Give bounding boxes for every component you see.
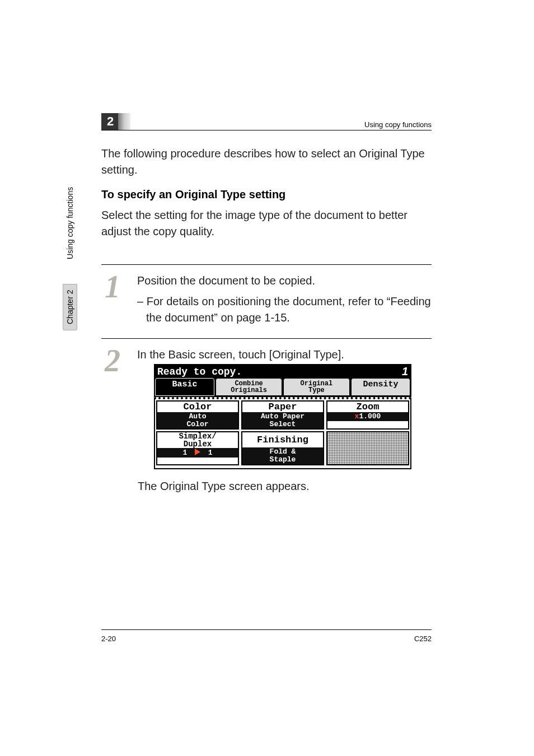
duplex-from: 1 (182, 449, 187, 457)
footer-divider (101, 629, 432, 630)
cell-header: Simplex/ Duplex (157, 432, 238, 448)
cell-value: x1.000 (327, 412, 408, 421)
cell-header: Zoom (327, 402, 408, 412)
step-divider (101, 264, 432, 265)
step-text: Position the document to be copied. (137, 273, 432, 289)
cell-paper[interactable]: Paper Auto Paper Select (241, 400, 324, 430)
model-label: C252 (414, 634, 432, 643)
cell-empty (326, 431, 409, 465)
copier-screenshot: Ready to copy. 1 Basic Combine Originals… (154, 364, 411, 469)
header-title: Using copy functions (364, 120, 432, 129)
copy-count: 1 (402, 365, 408, 378)
intro-paragraph: The following procedure describes how to… (101, 146, 432, 178)
cell-simplex-duplex[interactable]: Simplex/ Duplex 1 1 (156, 431, 239, 465)
tab-combine-originals[interactable]: Combine Originals (216, 378, 282, 396)
cell-zoom[interactable]: Zoom x1.000 (326, 400, 409, 430)
section-heading: To specify an Original Type setting (101, 188, 432, 201)
tab-basic[interactable]: Basic (155, 378, 214, 396)
step-number: 1 (101, 273, 124, 326)
arrow-right-icon (195, 449, 200, 455)
cell-value: Auto Paper Select (242, 412, 323, 428)
tab-density[interactable]: Density (351, 378, 410, 396)
chapter-number-badge: 2 (101, 113, 119, 130)
cell-header: Paper (242, 402, 323, 412)
step-1: 1 Position the document to be copied. – … (101, 273, 432, 326)
step-text: In the Basic screen, touch [Original Typ… (137, 347, 432, 363)
cell-header: Color (157, 402, 238, 412)
duplex-to: 1 (208, 449, 213, 457)
tab-row: Basic Combine Originals Original Type De… (154, 378, 411, 397)
sidebar-chapter-tab: Chapter 2 (63, 284, 77, 330)
step-subtext: – For details on positioning the documen… (137, 293, 432, 326)
cell-value: 1 1 (157, 448, 238, 458)
page-number: 2-20 (101, 634, 116, 643)
cell-finishing[interactable]: Finishing Fold & Staple (241, 431, 324, 465)
header-divider (101, 130, 432, 130)
cell-value: Fold & Staple (242, 447, 323, 464)
cell-value: Auto Color (157, 412, 238, 428)
step-divider (101, 338, 432, 339)
tab-label: Type (286, 387, 347, 394)
figure-result-text: The Original Type screen appears. (138, 478, 432, 494)
tab-original-type[interactable]: Original Type (283, 378, 350, 396)
sidebar-section-label: Using copy functions (63, 184, 77, 261)
cell-header: Finishing (242, 432, 323, 447)
step-number: 2 (101, 347, 124, 375)
cell-color[interactable]: Color Auto Color (156, 400, 239, 430)
zoom-num: 1.000 (359, 412, 381, 421)
section-description: Select the setting for the image type of… (101, 207, 432, 240)
status-text: Ready to copy. (157, 366, 242, 377)
tab-label: Originals (218, 387, 279, 394)
